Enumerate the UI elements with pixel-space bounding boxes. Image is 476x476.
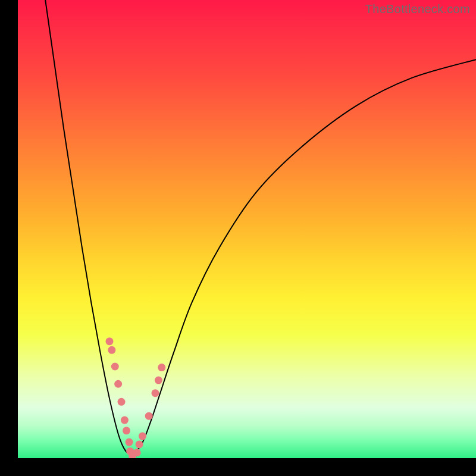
plot-area	[18, 0, 476, 458]
marker-dot	[123, 427, 130, 434]
marker-dot	[133, 449, 141, 456]
axis-bottom-strip	[0, 458, 476, 476]
curve-right-curve	[133, 60, 477, 455]
marker-dot	[152, 389, 159, 397]
marker-dot	[139, 433, 146, 440]
marker-dot	[114, 380, 122, 388]
watermark-text: TheBottleneck.com	[365, 2, 470, 16]
marker-dot	[155, 377, 162, 384]
marker-dot	[111, 363, 119, 371]
marker-dot	[106, 337, 114, 345]
marker-dot	[145, 412, 153, 420]
marker-dot	[118, 398, 126, 406]
marker-dot	[158, 364, 165, 371]
chart-svg	[18, 0, 476, 458]
axis-left-strip	[0, 0, 18, 476]
chart-frame: TheBottleneck.com	[0, 0, 476, 476]
marker-dot	[126, 439, 133, 446]
marker-dot	[121, 416, 129, 424]
marker-dot	[108, 346, 115, 354]
marker-dot	[136, 440, 143, 448]
